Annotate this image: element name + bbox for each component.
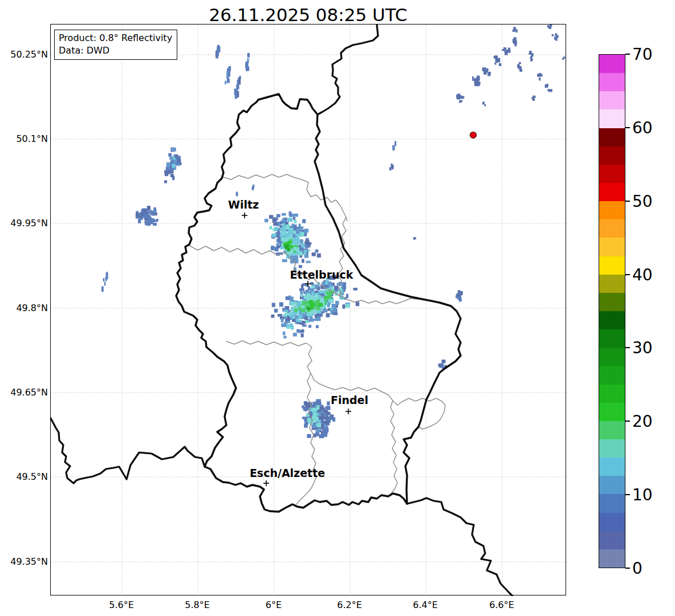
radar-echo-cell <box>318 303 322 307</box>
radar-echo-cell <box>528 53 531 55</box>
radar-echo-cell <box>304 423 308 427</box>
radar-echo-cell <box>269 226 272 230</box>
radar-echo-cell <box>532 98 535 101</box>
city-label: Wiltz <box>228 198 259 211</box>
colorbar-tick-label: 70 <box>632 45 653 64</box>
radar-echo-cell <box>486 68 488 72</box>
colorbar-segment <box>599 293 625 311</box>
radar-echo-cell <box>299 315 302 318</box>
radar-echo-cell <box>308 325 311 328</box>
radar-echo-cell <box>295 238 299 241</box>
radar-echo-cell <box>483 101 485 103</box>
colorbar-tick-label: 20 <box>632 412 653 431</box>
radar-echo-layer <box>101 25 565 438</box>
radar-echo-cell <box>475 78 477 81</box>
radar-echo-cell <box>138 219 141 223</box>
radar-echo-cell <box>314 301 318 305</box>
radar-echo-cell <box>164 180 167 183</box>
radar-echo-cell <box>494 63 496 65</box>
radar-echo-cell <box>324 297 328 300</box>
map-canvas: WiltzEttelbruckFindelEsch/Alzette <box>51 25 567 596</box>
radar-echo-cell <box>282 225 284 229</box>
radar-echo-cell <box>237 91 239 97</box>
radar-echo-cell <box>164 170 168 173</box>
radar-echo-cell <box>253 185 254 189</box>
radar-echo-cell <box>286 296 290 300</box>
radar-echo-cell <box>310 282 313 285</box>
radar-echo-cell <box>317 423 321 427</box>
radar-echo-cell <box>330 308 334 310</box>
radar-echo-cell <box>276 239 280 242</box>
radar-echo-cell <box>309 319 314 322</box>
radar-echo-cell <box>238 77 241 85</box>
radar-echo-cell <box>285 244 289 247</box>
radar-echo-cell <box>310 288 314 291</box>
radar-echo-cell <box>517 64 520 67</box>
colorbar-tick-label: 0 <box>632 559 643 578</box>
colorbar-tickmark <box>625 347 630 348</box>
radar-echo-cell <box>316 307 320 310</box>
lon-tick-label: 6.4°E <box>413 599 438 610</box>
colorbar-segment <box>599 165 625 183</box>
radar-echo-cell <box>289 211 292 215</box>
radar-echo-cell <box>271 246 275 250</box>
radar-echo-cell <box>298 320 302 323</box>
city-label: Esch/Alzette <box>250 467 325 479</box>
colorbar-segment <box>599 73 625 91</box>
radar-echo-cell <box>294 214 298 217</box>
neighbor-country-border <box>407 498 513 596</box>
lon-tick-label: 5.6°E <box>109 599 134 610</box>
neighbor-country-border <box>318 25 378 115</box>
colorbar-segment <box>599 476 625 494</box>
radar-echo-cell <box>274 309 278 313</box>
colorbar-segment <box>599 439 625 458</box>
radar-echo-cell <box>307 434 311 438</box>
radar-echo-cell <box>225 81 226 84</box>
radar-echo-cell <box>328 282 331 286</box>
radar-echo-cell <box>530 56 532 58</box>
legend-box: Product: 0.8° Reflectivity Data: DWD <box>54 30 177 60</box>
colorbar-segment <box>599 146 625 165</box>
colorbar-segment <box>599 91 625 109</box>
radar-echo-cell <box>107 272 108 275</box>
radar-echo-cell <box>276 214 280 218</box>
radar-echo-cell <box>318 419 321 422</box>
radar-echo-cell <box>226 71 228 77</box>
radar-echo-cell <box>333 417 336 422</box>
radar-echo-cell <box>301 232 304 236</box>
radar-echo-cell <box>272 303 275 307</box>
radar-echo-cell <box>147 206 151 210</box>
radar-echo-cell <box>229 66 231 71</box>
lon-tick-label: 6.6°E <box>489 599 514 610</box>
radar-echo-cell <box>153 223 157 226</box>
radar-echo-cell <box>552 34 554 36</box>
city-marker <box>263 480 269 486</box>
radar-echo-cell <box>555 34 557 36</box>
radar-echo-cell <box>300 239 303 243</box>
radar-echo-cell <box>281 318 284 322</box>
radar-echo-cell <box>291 301 295 305</box>
map-plot: WiltzEttelbruckFindelEsch/Alzette Produc… <box>50 24 566 595</box>
station-marker <box>470 132 477 138</box>
radar-echo-cell <box>236 192 238 196</box>
radar-echo-cell <box>295 301 297 305</box>
radar-echo-cell <box>484 104 486 106</box>
radar-echo-cell <box>312 424 315 428</box>
radar-echo-cell <box>539 77 540 81</box>
radar-echo-cell <box>286 225 290 227</box>
radar-echo-cell <box>304 229 308 232</box>
radar-echo-cell <box>307 250 310 252</box>
colorbar-segment <box>599 275 625 293</box>
radar-echo-cell <box>298 251 303 255</box>
radar-echo-cell <box>278 314 282 317</box>
radar-echo-cell <box>497 58 501 62</box>
colorbar-tickmark <box>625 274 630 275</box>
radar-echo-cell <box>299 224 301 227</box>
radar-echo-cell <box>456 96 458 99</box>
city-marker <box>242 213 247 218</box>
radar-echo-cell <box>151 218 155 222</box>
radar-echo-cell <box>345 304 349 308</box>
lat-tick-label: 50.25°N <box>10 49 48 60</box>
city-label: Findel <box>331 394 368 406</box>
lat-tick-label: 50.1°N <box>16 133 48 144</box>
